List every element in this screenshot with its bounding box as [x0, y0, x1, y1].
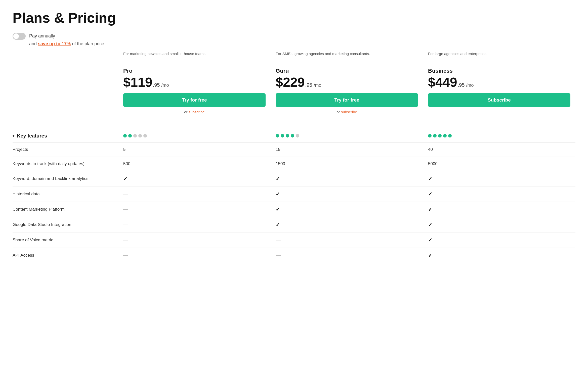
feature-value: — — [118, 237, 271, 243]
dash-icon: — — [276, 252, 281, 258]
feature-value: 1500 — [271, 161, 423, 166]
pro-price-period: /mo — [161, 83, 169, 88]
chevron-icon: ▾ — [13, 134, 14, 138]
pro-dot-4 — [138, 134, 142, 137]
pro-dot-3 — [133, 134, 137, 137]
pro-dot-5 — [143, 134, 147, 137]
key-features-title[interactable]: ▾ Key features — [13, 133, 118, 139]
business-dot-1 — [428, 134, 432, 137]
feature-value: ✓ — [271, 222, 423, 228]
dash-icon: — — [123, 252, 128, 258]
feature-label: Keywords to track (with daily updates) — [13, 161, 118, 166]
dash-icon: — — [123, 222, 128, 227]
dash-icon: — — [123, 237, 128, 243]
plans-header: For marketing newbies and small in-house… — [13, 51, 575, 114]
section-divider — [13, 122, 575, 122]
feature-value: 500 — [118, 161, 271, 166]
feature-label: Projects — [13, 147, 118, 152]
plan-guru: For SMEs, growing agencies and marketing… — [271, 51, 423, 114]
business-price-main: $449 — [428, 76, 457, 89]
feature-row: Keyword, domain and backlink analytics✓✓… — [13, 171, 575, 187]
feature-value: 5 — [118, 147, 271, 152]
feature-value: ✓ — [423, 222, 575, 228]
guru-dot-4 — [291, 134, 294, 137]
dash-icon: — — [123, 206, 128, 212]
check-icon: ✓ — [276, 191, 280, 197]
feature-value: — — [118, 206, 271, 212]
check-icon: ✓ — [276, 207, 280, 212]
pro-price: $119 .95 /mo — [123, 76, 266, 89]
feature-label: API Access — [13, 253, 118, 258]
check-icon: ✓ — [428, 253, 432, 258]
page-title: Plans & Pricing — [13, 10, 575, 26]
plan-pro: For marketing newbies and small in-house… — [118, 51, 271, 114]
business-dot-5 — [448, 134, 452, 137]
guru-dot-2 — [281, 134, 284, 137]
feature-row: Historical data—✓✓ — [13, 187, 575, 202]
pro-description: For marketing newbies and small in-house… — [123, 51, 266, 63]
business-dots — [423, 134, 575, 137]
feature-row: API Access——✓ — [13, 248, 575, 263]
guru-description: For SMEs, growing agencies and marketing… — [276, 51, 418, 63]
save-highlight: save up to 17% — [38, 41, 71, 46]
feature-value: ✓ — [271, 206, 423, 212]
guru-name: Guru — [276, 68, 418, 74]
pro-name: Pro — [123, 68, 266, 74]
guru-price-main: $229 — [276, 76, 305, 89]
feature-value: ✓ — [271, 176, 423, 182]
guru-dot-1 — [276, 134, 279, 137]
feature-value: ✓ — [423, 191, 575, 197]
features-table: ▾ Key features Projects51540Ke — [13, 129, 575, 263]
business-price: $449 .95 /mo — [428, 76, 570, 89]
check-icon: ✓ — [428, 176, 432, 181]
feature-row: Share of Voice metric——✓ — [13, 233, 575, 248]
plan-business: For large agencies and enterprises. Busi… — [423, 51, 575, 114]
pro-cta-button[interactable]: Try for free — [123, 93, 266, 107]
guru-price-cents: .95 — [305, 82, 312, 88]
feature-value: — — [118, 252, 271, 258]
feature-label: Keyword, domain and backlink analytics — [13, 176, 118, 181]
pro-dots — [118, 134, 271, 137]
business-description: For large agencies and enterprises. — [428, 51, 570, 63]
check-icon: ✓ — [123, 176, 128, 181]
pro-price-main: $119 — [123, 76, 152, 89]
empty-col — [13, 51, 118, 114]
feature-label: Historical data — [13, 192, 118, 197]
feature-value: ✓ — [423, 176, 575, 182]
business-price-cents: .95 — [458, 82, 465, 88]
dash-icon: — — [276, 237, 281, 243]
dash-icon: — — [123, 191, 128, 197]
feature-value: — — [271, 252, 423, 258]
feature-value: — — [118, 191, 271, 197]
feature-value: 40 — [423, 147, 575, 152]
feature-row: Google Data Studio Integration—✓✓ — [13, 217, 575, 233]
key-features-section-header: ▾ Key features — [13, 129, 575, 143]
business-price-period: /mo — [466, 83, 474, 88]
feature-value: 5000 — [423, 161, 575, 166]
pro-subscribe-link[interactable]: subscribe — [189, 110, 205, 114]
check-icon: ✓ — [276, 222, 280, 227]
guru-dots — [271, 134, 423, 137]
guru-price: $229 .95 /mo — [276, 76, 418, 89]
feature-value: — — [118, 222, 271, 227]
feature-row: Content Marketing Platform—✓✓ — [13, 202, 575, 217]
guru-price-period: /mo — [314, 83, 321, 88]
feature-value: ✓ — [423, 206, 575, 212]
feature-value: ✓ — [423, 252, 575, 258]
guru-cta-button[interactable]: Try for free — [276, 93, 418, 107]
feature-row: Projects51540 — [13, 143, 575, 157]
pro-price-cents: .95 — [153, 82, 160, 88]
pro-dot-1 — [123, 134, 127, 137]
feature-value: ✓ — [423, 237, 575, 243]
guru-subscribe-row: or subscribe — [276, 110, 418, 114]
annual-billing-toggle[interactable] — [13, 33, 26, 40]
check-icon: ✓ — [428, 237, 432, 243]
business-dot-2 — [433, 134, 437, 137]
business-cta-button[interactable]: Subscribe — [428, 93, 570, 107]
feature-value: — — [271, 237, 423, 243]
guru-subscribe-link[interactable]: subscribe — [341, 110, 357, 114]
feature-row: Keywords to track (with daily updates)50… — [13, 157, 575, 171]
guru-dot-3 — [286, 134, 289, 137]
feature-label: Content Marketing Platform — [13, 207, 118, 212]
business-name: Business — [428, 68, 570, 74]
